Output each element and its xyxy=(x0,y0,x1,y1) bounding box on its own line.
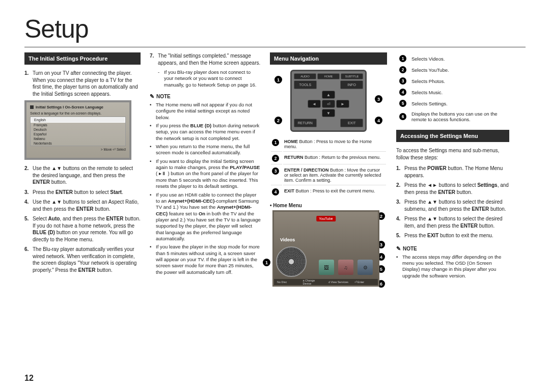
enter-button: ⏎ xyxy=(322,100,335,108)
hm-callout-1: 1 xyxy=(263,259,270,266)
remote-legend: 1HOME Button : Press to move to the Home… xyxy=(270,136,387,199)
circ-1: 1 xyxy=(272,139,279,146)
videos-label: Videos xyxy=(280,237,295,242)
column-menu-nav: Menu Navigation 1 2 3 4 AUDIO HOME SUBTI… xyxy=(270,52,387,287)
column-initial-settings: The Initial Settings Procedure 1.Turn on… xyxy=(24,52,141,287)
photos-icon: 🖼 xyxy=(319,260,334,275)
home-menu-heading: • Home Menu xyxy=(270,203,387,208)
right-icon: ► xyxy=(336,100,349,108)
heading-menu-navigation: Menu Navigation xyxy=(270,52,387,65)
up-icon: ▲ xyxy=(322,91,335,99)
home-menu-legend: 1Selects Videos. 2Selects YouTube. 3Sele… xyxy=(396,52,509,125)
note-item: If you press the BLUE (D) button during … xyxy=(150,123,261,142)
language-list: English Français Deutsch Español Italian… xyxy=(30,117,126,146)
gear-icon xyxy=(30,105,34,109)
language-panel: Initial Settings I On-Screen Language Se… xyxy=(24,100,131,160)
home-menu-screenshot: YouTube Videos 🖼 ♫ ⚙ No Disc a Change De… xyxy=(272,210,379,287)
callout-2: 2 xyxy=(274,117,282,124)
note-item: The Home menu will not appear if you do … xyxy=(150,102,261,121)
step-6: 6.The Blu-ray player automatically verif… xyxy=(24,246,141,273)
settings-step-1: 1.Press the POWER button. The Home Menu … xyxy=(396,165,509,179)
heading-accessing-settings: Accessing the Settings Menu xyxy=(396,130,509,142)
note-label-2: NOTE xyxy=(396,245,417,252)
step-2: 2.Use the ▲▼ buttons on the remote to se… xyxy=(24,165,141,186)
left-icon: ◄ xyxy=(308,100,321,108)
column-settings-access: 1Selects Videos. 2Selects YouTube. 3Sele… xyxy=(396,52,509,287)
divider xyxy=(24,47,526,47)
info-button: INFO xyxy=(340,80,363,89)
subtitle-button: SUBTITLE xyxy=(341,73,363,79)
column-notes: 7.The "Initial settings completed." mess… xyxy=(150,52,261,287)
settings-intro: To access the Settings menu and sub-menu… xyxy=(396,147,509,161)
exit-button: EXIT xyxy=(340,119,363,127)
audio-button: AUDIO xyxy=(294,73,316,79)
note-item: When you return to the Home menu, the fu… xyxy=(150,144,261,156)
step-7: 7.The "Initial settings completed." mess… xyxy=(150,52,261,66)
settings-step-5: 5.Press the EXIT button to exit the menu… xyxy=(396,232,509,239)
circ-3: 3 xyxy=(272,167,279,175)
circ-4: 4 xyxy=(272,188,279,195)
note-label: NOTE xyxy=(150,93,171,100)
page-title: Setup xyxy=(24,14,526,44)
note-item: If you want to display the Initial Setti… xyxy=(150,158,261,190)
note-item: If you leave the player in the stop mode… xyxy=(150,244,261,275)
down-icon: ▼ xyxy=(322,109,335,117)
return-button: RETURN xyxy=(294,119,317,127)
settings-icon: ⚙ xyxy=(358,260,373,275)
settings-note: The access steps may differ depending on… xyxy=(396,254,509,279)
direction-pad: ▲ ◄ ⏎ ► ▼ xyxy=(294,90,363,118)
step-7-sub: If you Blu-ray player does not connect t… xyxy=(158,69,261,88)
music-icon: ♫ xyxy=(338,260,353,275)
settings-step-2: 2.Press the ◄► buttons to select Setting… xyxy=(396,182,509,195)
callout-4: 4 xyxy=(375,117,382,124)
step-5: 5.Select Auto, and then press the ENTER … xyxy=(24,215,141,243)
step-3: 3.Press the ENTER button to select Start… xyxy=(24,189,141,196)
tools-button: TOOLS xyxy=(294,80,317,89)
home-button: HOME xyxy=(317,73,340,79)
step-1: 1.Turn on your TV after connecting the p… xyxy=(24,70,141,97)
heading-initial-settings: The Initial Settings Procedure xyxy=(24,52,141,65)
page-number: 12 xyxy=(24,374,34,383)
callout-1: 1 xyxy=(274,76,282,83)
circ-2: 2 xyxy=(272,155,279,162)
settings-step-3: 3.Press the ▲▼ buttons to select the des… xyxy=(396,199,509,212)
note-item: If you use an HDMI cable to connect the … xyxy=(150,192,261,242)
callout-3: 3 xyxy=(375,95,382,103)
settings-step-4: 4.Press the ▲▼ buttons to select the des… xyxy=(396,215,509,229)
youtube-tile: YouTube xyxy=(316,216,336,221)
remote-diagram: AUDIO HOME SUBTITLE TOOLS INFO ▲ ◄ ⏎ xyxy=(290,70,367,132)
step-4: 4.Use the ▲▼ buttons to select an Aspect… xyxy=(24,199,141,212)
